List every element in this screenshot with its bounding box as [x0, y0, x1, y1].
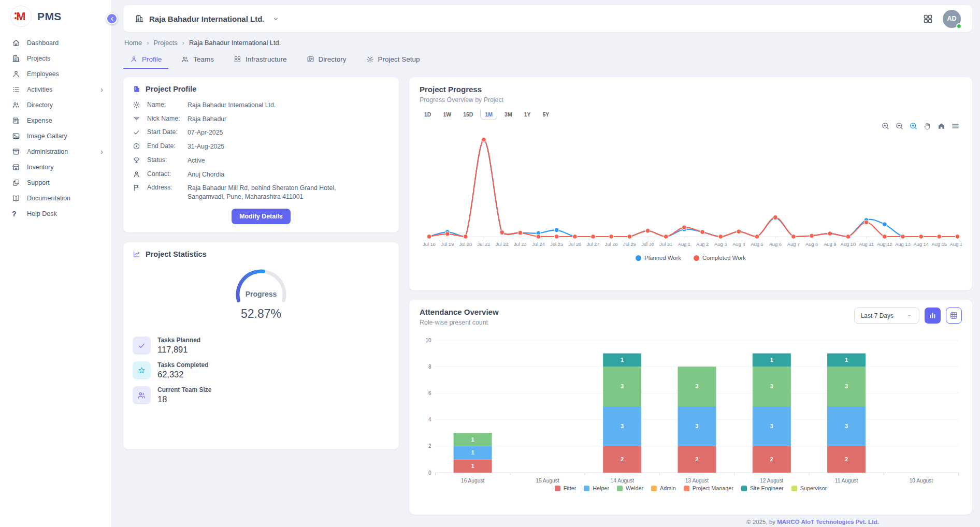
tab-label: Teams	[193, 55, 214, 63]
legend-item-welder[interactable]: Welder	[617, 485, 643, 491]
image-icon	[12, 132, 20, 140]
svg-text:Jul 22: Jul 22	[496, 242, 509, 247]
flag-icon	[133, 184, 140, 192]
svg-text:3: 3	[770, 383, 773, 389]
sidebar-item-administration[interactable]: Administration ›	[0, 144, 111, 159]
tab-project-setup[interactable]: Project Setup	[359, 51, 427, 69]
svg-text:13 August: 13 August	[685, 478, 709, 484]
svg-text:Aug 10: Aug 10	[841, 242, 856, 247]
legend-item-helper[interactable]: Helper	[584, 485, 609, 491]
sidebar-item-documentation[interactable]: Documentation	[0, 191, 111, 206]
breadcrumb-item-home[interactable]: Home	[124, 39, 142, 47]
company-selector[interactable]: Raja Bahadur International Ltd.	[135, 14, 280, 23]
legend-item-admin[interactable]: Admin	[651, 485, 676, 491]
legend-swatch-icon	[651, 486, 657, 491]
tab-directory[interactable]: Directory	[300, 51, 353, 69]
sidebar-item-label: Inventory	[27, 164, 53, 171]
person-icon	[12, 70, 20, 78]
profile-field-name: Name: Raja Bahadur International Ltd.	[133, 101, 390, 110]
tab-profile[interactable]: Profile	[123, 51, 168, 69]
range-button-1w[interactable]: 1W	[438, 109, 456, 120]
svg-text:Aug 8: Aug 8	[805, 242, 818, 247]
stat-value: 117,891	[157, 345, 200, 355]
range-button-3m[interactable]: 3M	[500, 109, 517, 120]
tab-teams[interactable]: Teams	[175, 51, 221, 69]
svg-text:Aug 16: Aug 16	[950, 242, 962, 247]
reset-home-icon[interactable]	[937, 122, 946, 130]
sidebar-item-activities[interactable]: Activities ›	[0, 82, 111, 97]
svg-text:0: 0	[428, 470, 431, 476]
legend-item-project-manager[interactable]: Project Manager	[684, 485, 733, 491]
sidebar-item-help-desk[interactable]: ? Help Desk	[0, 206, 111, 222]
sidebar-item-projects[interactable]: Projects	[0, 51, 111, 66]
stat-item-current-team-size: Current Team Size 18	[133, 386, 390, 404]
company-name: Raja Bahadur International Ltd.	[149, 14, 265, 23]
signal-icon	[133, 115, 140, 123]
legend-item-site-engineer[interactable]: Site Engineer	[741, 485, 784, 491]
footer-company-link[interactable]: MARCO AIoT Technologies Pvt. Ltd.	[777, 519, 879, 525]
sidebar-collapse-button[interactable]	[106, 13, 118, 24]
range-button-1y[interactable]: 1Y	[520, 109, 536, 120]
table-grid-icon	[949, 311, 958, 320]
svg-text:Aug 11: Aug 11	[859, 242, 874, 247]
legend-item-planned-work[interactable]: Planned Work	[636, 255, 681, 261]
pan-icon[interactable]	[923, 122, 932, 130]
progress-gauge: Progress 52.87%	[133, 265, 390, 321]
selection-zoom-icon[interactable]	[909, 122, 918, 130]
gear-icon	[133, 101, 140, 109]
sidebar-item-image-gallary[interactable]: Image Gallary	[0, 128, 111, 144]
svg-text:8: 8	[428, 364, 431, 370]
menu-icon[interactable]	[951, 122, 960, 130]
check-icon	[133, 336, 151, 355]
store-icon	[12, 163, 20, 171]
breadcrumb-item-projects[interactable]: Projects	[153, 39, 177, 47]
field-value: Active	[188, 156, 390, 165]
zoom-in-icon[interactable]	[881, 122, 890, 130]
legend-item-completed-work[interactable]: Completed Work	[694, 255, 746, 261]
field-value: Raja Bahadur	[188, 115, 390, 124]
breadcrumb: Home› Projects› Raja Bahadur Internation…	[123, 32, 972, 47]
sidebar-item-label: Employees	[27, 70, 59, 78]
question-icon: ?	[12, 210, 20, 218]
user-avatar[interactable]: AD	[943, 10, 961, 28]
date-range-select[interactable]: Last 7 Days	[854, 308, 919, 324]
sidebar-item-employees[interactable]: Employees	[0, 66, 111, 82]
sidebar-item-inventory[interactable]: Inventory	[0, 159, 111, 175]
main-content: Raja Bahadur International Ltd. AD Home›…	[111, 0, 980, 527]
svg-text:11 August: 11 August	[835, 478, 858, 484]
legend-dot-icon	[636, 255, 641, 261]
apps-grid-icon[interactable]	[923, 13, 933, 24]
svg-text:Aug 9: Aug 9	[824, 242, 836, 247]
tab-label: Infrastructure	[246, 55, 287, 63]
range-button-5y[interactable]: 5Y	[538, 109, 554, 120]
field-label: Address:	[147, 184, 188, 191]
profile-card-header: Project Profile	[133, 85, 390, 93]
range-button-1m[interactable]: 1M	[480, 109, 497, 120]
sidebar-item-directory[interactable]: Directory	[0, 97, 111, 113]
tab-label: Project Setup	[378, 55, 420, 63]
archive-icon	[12, 148, 20, 156]
table-view-button[interactable]	[946, 308, 962, 324]
attendance-controls: Last 7 Days	[854, 308, 962, 324]
svg-text:Jul 19: Jul 19	[441, 242, 454, 247]
svg-text:3: 3	[696, 423, 699, 429]
chart-view-button[interactable]	[925, 308, 941, 324]
sidebar-item-dashboard[interactable]: Dashboard	[0, 35, 111, 51]
progress-gauge-value: 52.87%	[241, 307, 281, 321]
legend-item-fitter[interactable]: Fitter	[555, 485, 577, 491]
tab-infrastructure[interactable]: Infrastructure	[227, 51, 294, 69]
legend-dot-icon	[694, 255, 699, 261]
sidebar-item-expense[interactable]: Expense	[0, 113, 111, 128]
range-button-1d[interactable]: 1D	[420, 109, 436, 120]
range-button-15d[interactable]: 15D	[458, 109, 478, 120]
svg-text:Jul 23: Jul 23	[514, 242, 527, 247]
attendance-card-title: Attendance Overview	[420, 308, 499, 316]
zoom-out-icon[interactable]	[895, 122, 904, 130]
svg-text:14 August: 14 August	[611, 478, 634, 484]
modify-details-button[interactable]: Modify Details	[232, 209, 290, 224]
legend-item-supervisor[interactable]: Supervisor	[791, 485, 827, 491]
svg-text:10 August: 10 August	[910, 478, 933, 484]
sidebar-item-support[interactable]: Support	[0, 175, 111, 191]
profile-field-end-date: End Date: 31-Aug-2025	[133, 142, 390, 151]
svg-text:Jul 30: Jul 30	[641, 242, 654, 247]
